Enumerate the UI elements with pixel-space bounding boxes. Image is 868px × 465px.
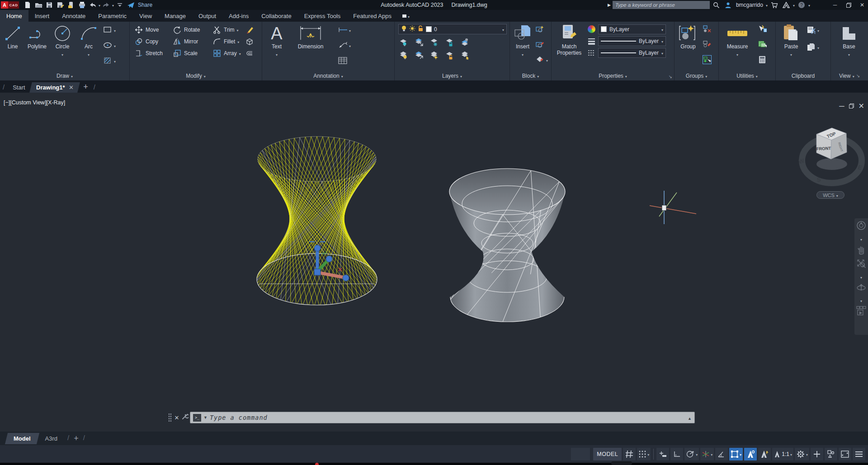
ortho-mode-toggle[interactable] (670, 448, 683, 460)
help-icon[interactable]: ? (797, 0, 807, 9)
viewport-restore-icon[interactable] (849, 102, 854, 110)
pan-icon[interactable] (856, 244, 867, 257)
table-button[interactable] (338, 55, 361, 66)
properties-panel-launcher[interactable]: ↘ (669, 74, 672, 79)
help-dropdown[interactable] (808, 2, 810, 8)
group-edit-button[interactable] (703, 39, 716, 50)
grid-display-toggle[interactable] (623, 448, 636, 460)
panel-title-groups[interactable]: Groups (675, 71, 718, 80)
panel-title-view[interactable]: View↘ (831, 71, 868, 80)
share-icon[interactable] (126, 0, 136, 9)
panel-title-properties[interactable]: Properties (552, 71, 674, 80)
file-tab-drawing1[interactable]: Drawing1* ✕ (29, 82, 80, 93)
viewport-controls-label[interactable]: [−][Custom View][X-Ray] (4, 99, 65, 106)
layer-on-tool-icon[interactable] (399, 51, 408, 60)
create-block-button[interactable] (535, 23, 549, 34)
navigation-wheel-icon[interactable] (856, 220, 867, 234)
line-button[interactable]: Line (1, 23, 24, 50)
copy-clip-button[interactable] (807, 42, 826, 52)
base-dropdown[interactable] (848, 50, 850, 58)
customization-plus-button[interactable] (811, 448, 823, 460)
drawing-viewport[interactable]: WSETOPFRONTRIGHT [−][Custom View][X-Ray]… (0, 93, 868, 432)
open-file-button[interactable] (33, 0, 43, 9)
cut-button[interactable] (807, 24, 826, 35)
scale-button[interactable]: Scale (173, 48, 198, 59)
arc-dropdown[interactable] (88, 50, 90, 58)
search-icon[interactable] (712, 0, 722, 9)
leader-button[interactable] (338, 40, 361, 51)
explode-button[interactable] (245, 36, 254, 47)
viewport-minimize-icon[interactable]: ─ (839, 102, 844, 110)
recent-commands-dropdown[interactable]: ▼ (203, 415, 208, 420)
fillet-dropdown[interactable] (237, 38, 239, 45)
app-store-cart-icon[interactable] (769, 0, 779, 9)
edit-block-button[interactable] (535, 39, 549, 50)
tab-collaborate[interactable]: Collaborate (255, 10, 298, 22)
panel-title-clipboard[interactable]: Clipboard (776, 71, 830, 80)
zoom-extents-icon[interactable] (856, 258, 867, 272)
layer-dropdown-caret[interactable] (502, 26, 504, 33)
trim-dropdown[interactable] (237, 27, 239, 33)
model-paper-toggle[interactable]: MODEL (593, 448, 622, 460)
layer-on-bulb-icon[interactable] (401, 25, 407, 33)
copy-button[interactable]: Copy (134, 36, 158, 47)
isolate-objects-button[interactable] (825, 448, 837, 460)
layer-unlock-icon[interactable] (418, 25, 424, 33)
tab-parametric[interactable]: Parametric (92, 10, 133, 22)
layout-tab-a3rd[interactable]: A3rd (38, 433, 65, 444)
tab-insert[interactable]: Insert (28, 10, 56, 22)
object-snap-toggle[interactable] (729, 448, 743, 460)
app-menu-button[interactable]: A CAD (1, 1, 19, 9)
snap-mode-toggle[interactable] (637, 448, 651, 460)
restore-button[interactable] (843, 0, 854, 9)
insert-button[interactable]: Insert (511, 23, 534, 58)
customize-statusbar-button[interactable] (853, 448, 865, 460)
layer-dropdown[interactable]: 0 (398, 24, 507, 34)
quick-select-button[interactable] (758, 23, 771, 34)
panel-title-modify[interactable]: Modify (130, 71, 262, 80)
layer-color-swatch[interactable] (426, 26, 432, 32)
ellipse-button[interactable] (103, 40, 121, 51)
layer-thaw-icon[interactable] (430, 51, 439, 60)
layout-tab-model[interactable]: Model (5, 433, 39, 444)
edit-attributes-button[interactable] (535, 54, 551, 65)
customize-qat-button[interactable] (115, 0, 125, 9)
fillet-button[interactable]: Fillet (212, 36, 239, 47)
layer-make-current-icon[interactable] (461, 38, 470, 47)
layer-freeze-icon[interactable] (430, 38, 439, 47)
workspace-switching-button[interactable] (795, 448, 809, 460)
user-dropdown[interactable] (766, 2, 768, 8)
tab-manage[interactable]: Manage (158, 10, 192, 22)
arc-button[interactable]: Arc (77, 23, 100, 58)
command-prompt-icon[interactable]: >_ (193, 414, 201, 422)
polar-tracking-toggle[interactable] (684, 448, 699, 460)
layer-sun-icon[interactable] (409, 25, 415, 33)
ribbon-display-toggle[interactable] (402, 10, 410, 22)
close-button[interactable]: ✕ (856, 0, 868, 9)
linetype-dropdown[interactable]: ByLayer (598, 48, 666, 58)
isometric-drafting-toggle[interactable] (700, 448, 714, 460)
quick-calculator-button[interactable] (758, 54, 771, 65)
measure-button[interactable]: Measure (722, 23, 752, 58)
tab-add-ins[interactable]: Add-ins (222, 10, 255, 22)
array-button[interactable]: Array (212, 48, 241, 59)
search-expand-icon[interactable]: ▶ (608, 3, 611, 7)
polyline-button[interactable]: Polyline (25, 23, 49, 50)
offset-button[interactable] (245, 48, 254, 59)
redo-dropdown[interactable] (112, 2, 114, 8)
clean-screen-button[interactable] (839, 448, 851, 460)
file-tab-start[interactable]: Start (7, 82, 30, 93)
command-dock-close-icon[interactable]: ✕ (174, 414, 180, 421)
panel-title-draw[interactable]: Draw (0, 71, 129, 80)
viewport-close-icon[interactable]: ✕ (859, 102, 864, 110)
panel-title-block[interactable]: Block (510, 71, 551, 80)
command-input-placeholder[interactable]: Type a command (210, 414, 685, 421)
open-from-web-mobile-button[interactable] (66, 0, 76, 9)
annotation-scale-button[interactable]: 1:1 (772, 448, 793, 460)
layer-match-icon[interactable] (461, 51, 470, 60)
hatch-button[interactable] (103, 55, 121, 66)
zoom-dropdown[interactable] (860, 272, 862, 281)
tab-output[interactable]: Output (192, 10, 222, 22)
layer-isolate-icon[interactable] (415, 38, 424, 47)
minimize-button[interactable]: ─ (829, 0, 841, 9)
